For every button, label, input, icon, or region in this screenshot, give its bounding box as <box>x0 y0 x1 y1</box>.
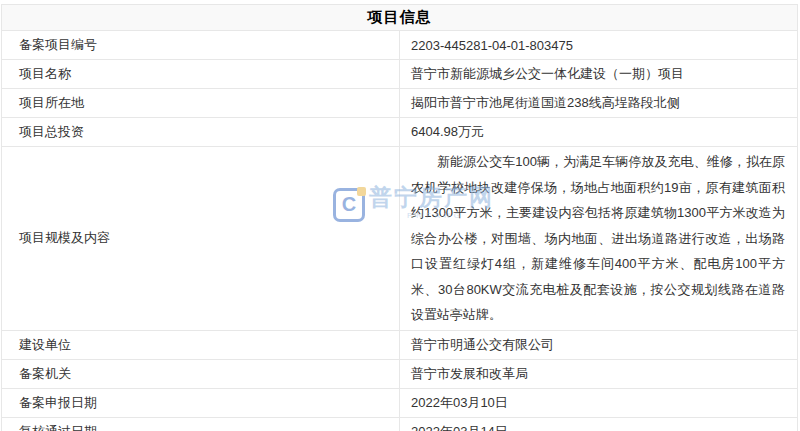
page-title: 项目信息 <box>2 5 798 31</box>
table-row: 项目总投资 6404.98万元 <box>2 118 798 147</box>
project-info-table: 项目信息 备案项目编号 2203-445281-04-01-803475 项目名… <box>1 4 798 431</box>
row-value: 2203-445281-04-01-803475 <box>400 31 798 60</box>
row-value: 新能源公交车100辆，为满足车辆停放及充电、维修，拟在原农机学校地块改建停保场，… <box>400 147 798 331</box>
table-row: 备案项目编号 2203-445281-04-01-803475 <box>2 31 798 60</box>
row-value: 普宁市发展和改革局 <box>400 359 798 388</box>
row-label: 备案申报日期 <box>2 388 400 417</box>
row-value: 普宁市新能源城乡公交一体化建设（一期）项目 <box>400 60 798 89</box>
table-row: 复核通过日期 2022年03月14日 <box>2 417 798 431</box>
row-label: 备案项目编号 <box>2 31 400 60</box>
row-label: 项目规模及内容 <box>2 147 400 331</box>
table-row: 项目规模及内容 新能源公交车100辆，为满足车辆停放及充电、维修，拟在原农机学校… <box>2 147 798 331</box>
row-label: 项目名称 <box>2 60 400 89</box>
row-label: 项目总投资 <box>2 118 400 147</box>
row-value: 2022年03月10日 <box>400 388 798 417</box>
table-row: 备案申报日期 2022年03月10日 <box>2 388 798 417</box>
table-row: 项目名称 普宁市新能源城乡公交一体化建设（一期）项目 <box>2 60 798 89</box>
row-value: 6404.98万元 <box>400 118 798 147</box>
table-row: 备案机关 普宁市发展和改革局 <box>2 359 798 388</box>
row-value: 揭阳市普宁市池尾街道国道238线高埕路段北侧 <box>400 89 798 118</box>
project-info-page: 项目信息 备案项目编号 2203-445281-04-01-803475 项目名… <box>0 0 800 431</box>
row-value: 普宁市明通公交有限公司 <box>400 330 798 359</box>
row-label: 备案机关 <box>2 359 400 388</box>
row-label: 项目所在地 <box>2 89 400 118</box>
table-row: 建设单位 普宁市明通公交有限公司 <box>2 330 798 359</box>
table-header-row: 项目信息 <box>2 5 798 31</box>
row-label: 复核通过日期 <box>2 417 400 431</box>
row-value: 2022年03月14日 <box>400 417 798 431</box>
row-label: 建设单位 <box>2 330 400 359</box>
table-row: 项目所在地 揭阳市普宁市池尾街道国道238线高埕路段北侧 <box>2 89 798 118</box>
